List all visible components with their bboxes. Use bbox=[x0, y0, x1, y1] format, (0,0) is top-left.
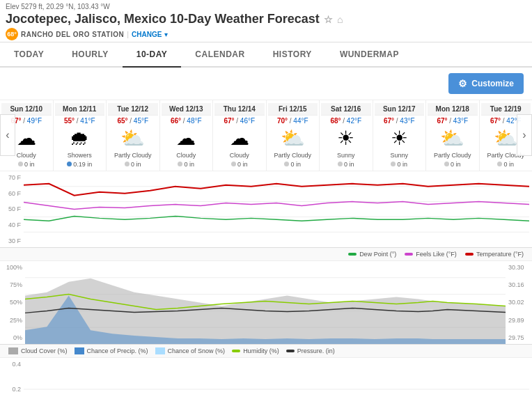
change-link[interactable]: CHANGE bbox=[132, 31, 162, 38]
chart-y-right-label: 29.75 bbox=[507, 334, 532, 341]
home-icon[interactable]: ⌂ bbox=[337, 14, 343, 25]
chart-y-label: 0% bbox=[0, 334, 25, 341]
tab-today[interactable]: TODAY bbox=[0, 42, 58, 68]
precip-indicator bbox=[67, 162, 72, 166]
weather-icon: ☁ bbox=[214, 127, 265, 150]
tab-10day[interactable]: 10-DAY bbox=[123, 42, 182, 68]
day-column: Sat 12/16 68° / 42°F ☀ Sunny 0 in bbox=[320, 100, 373, 171]
toolbar: ⚙ Customize bbox=[0, 68, 532, 100]
day-header: Sun 12/10 bbox=[1, 103, 52, 116]
high-temp: 68° bbox=[330, 117, 341, 125]
day-precip: 0.19 in bbox=[55, 161, 105, 168]
precip-indicator bbox=[284, 162, 289, 166]
day-header: Fri 12/15 bbox=[268, 103, 318, 116]
day-column: Thu 12/14 67° / 46°F ☁ Cloudy 0 in bbox=[213, 100, 267, 171]
day-column: Fri 12/15 70° / 44°F ⛅ Partly Cloudy 0 i… bbox=[267, 100, 320, 171]
nav-tabs: TODAYHOURLY10-DAYCALENDARHISTORYWUNDERMA… bbox=[0, 42, 532, 68]
day-precip: 0 in bbox=[321, 161, 371, 168]
day-header: Sun 12/17 bbox=[375, 103, 425, 116]
chart-y-label: 0.2 bbox=[0, 386, 24, 393]
chart-y-label: 30 F bbox=[0, 237, 24, 244]
day-temps: 68° / 42°F bbox=[321, 117, 371, 125]
day-condition: Cloudy bbox=[214, 152, 265, 159]
day-header: Thu 12/14 bbox=[214, 103, 265, 116]
day-header: Sat 12/16 bbox=[321, 103, 371, 116]
precip-amount: 0 in bbox=[184, 161, 194, 168]
precip-indicator bbox=[338, 162, 343, 166]
station-name: RANCHO DEL ORO STATION bbox=[21, 31, 124, 38]
legend-snow: Chance of Snow (%) bbox=[155, 347, 226, 354]
low-temp: 48°F bbox=[187, 117, 201, 125]
day-condition: Partly Cloudy bbox=[268, 152, 318, 159]
chart1-legend: Dew Point (°) Feels Like (°F) Temperatur… bbox=[0, 248, 532, 261]
precip-indicator bbox=[231, 162, 236, 166]
high-temp: 66° bbox=[171, 117, 181, 125]
day-temps: 70° / 44°F bbox=[268, 117, 318, 125]
weather-icon: ☀ bbox=[375, 127, 425, 150]
low-temp: 43°F bbox=[400, 117, 414, 125]
page-title: Jocotepec, Jalisco, Mexico 10-Day Weathe… bbox=[6, 12, 320, 26]
low-temp: 46°F bbox=[240, 117, 255, 125]
next-arrow[interactable]: › bbox=[517, 114, 532, 156]
precip-amount: 0 in bbox=[24, 161, 35, 168]
chart-y-label: 50% bbox=[0, 299, 25, 306]
tab-history[interactable]: HISTORY bbox=[259, 42, 326, 68]
customize-button[interactable]: ⚙ Customize bbox=[448, 73, 524, 94]
precip-indicator bbox=[125, 162, 130, 166]
chart-y-label: 75% bbox=[0, 281, 25, 288]
day-temps: 67° / 46°F bbox=[214, 117, 265, 125]
forecast-container: ‹ Sun 12/10 67° / 49°F ☁ Cloudy 0 in Mon… bbox=[0, 100, 532, 171]
day-header: Tue 12/12 bbox=[108, 103, 158, 116]
weather-icon: ☁ bbox=[162, 127, 212, 150]
low-temp: 41°F bbox=[80, 117, 95, 125]
day-temps: 67° / 43°F bbox=[375, 117, 425, 125]
day-temps: 67° / 43°F bbox=[428, 117, 478, 125]
precip-indicator bbox=[497, 162, 502, 166]
prev-arrow[interactable]: ‹ bbox=[0, 114, 15, 156]
high-temp: 67° bbox=[224, 117, 234, 125]
day-condition: Cloudy bbox=[162, 152, 212, 159]
legend-feelslike: Feels Like (°F) bbox=[405, 251, 457, 258]
day-header: Mon 12/18 bbox=[428, 103, 478, 116]
day-header: Mon 12/11 bbox=[55, 103, 105, 116]
low-temp: 42°F bbox=[347, 117, 361, 125]
gear-icon: ⚙ bbox=[458, 78, 467, 89]
chart-y-label: 100% bbox=[0, 264, 25, 271]
precip-amount: 0.19 in bbox=[73, 161, 92, 168]
star-icon[interactable]: ☆ bbox=[324, 14, 333, 25]
high-temp: 67° bbox=[490, 117, 501, 125]
chart-y-label: 40 F bbox=[0, 221, 24, 228]
chart-y-right-label: 30.16 bbox=[507, 281, 532, 288]
day-temps: 55° / 41°F bbox=[55, 117, 105, 125]
day-precip: 0 in bbox=[162, 161, 212, 168]
weather-icon: 🌧 bbox=[55, 127, 105, 150]
chart-y-right-label: 30.02 bbox=[507, 299, 532, 306]
precip-amount: 0 in bbox=[290, 161, 301, 168]
chart-y-label: 70 F bbox=[0, 174, 24, 181]
precip-amount-chart: 0.4 0.2 0.0 bbox=[0, 358, 532, 399]
temperature-chart: 70 F 60 F 50 F 40 F 30 F bbox=[0, 171, 532, 248]
day-header: Tue 12/19 bbox=[481, 103, 531, 116]
day-precip: 0 in bbox=[214, 161, 265, 168]
top-bar: Elev 5279 ft, 20.29 °N, 103.43 °W Jocote… bbox=[0, 0, 532, 42]
precip-indicator bbox=[178, 162, 182, 166]
precip-amount: 0 in bbox=[131, 161, 141, 168]
divider: | bbox=[127, 30, 129, 38]
low-temp: 49°F bbox=[27, 117, 42, 125]
weather-icon: ☀ bbox=[321, 127, 371, 150]
precip-chart: 100% 75% 50% 25% 0% bbox=[0, 261, 532, 345]
weather-icon: ⛅ bbox=[108, 127, 158, 150]
legend-precip: Chance of Precip. (%) bbox=[75, 347, 148, 354]
chart-y-label: 0.4 bbox=[0, 361, 24, 368]
day-condition: Showers bbox=[55, 152, 105, 159]
tab-wundermap[interactable]: WUNDERMAP bbox=[326, 42, 413, 68]
forecast-scroll: Sun 12/10 67° / 49°F ☁ Cloudy 0 in Mon 1… bbox=[0, 100, 532, 171]
tab-hourly[interactable]: HOURLY bbox=[58, 42, 123, 68]
high-temp: 55° bbox=[64, 117, 75, 125]
chart-y-label: 50 F bbox=[0, 205, 24, 212]
day-temps: 66° / 48°F bbox=[162, 117, 212, 125]
tab-calendar[interactable]: CALENDAR bbox=[181, 42, 258, 68]
precip-indicator bbox=[444, 162, 449, 166]
day-condition: Partly Cloudy bbox=[108, 152, 158, 159]
day-precip: 0 in bbox=[1, 161, 52, 168]
